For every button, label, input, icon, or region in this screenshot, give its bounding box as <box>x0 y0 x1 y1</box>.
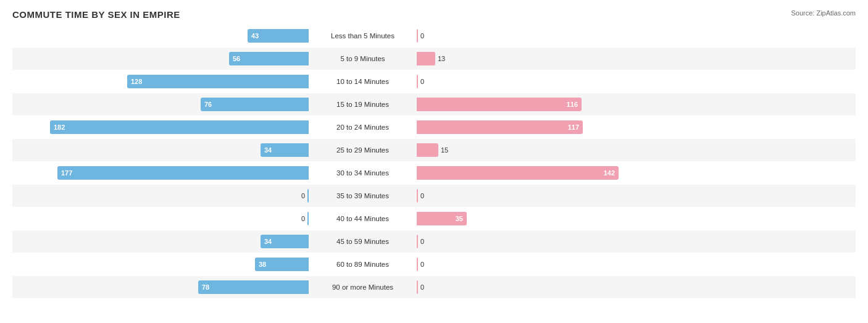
row-label: 15 to 19 Minutes <box>309 101 417 108</box>
male-value: 0 <box>301 192 305 199</box>
female-zero-area: 0 <box>417 235 424 248</box>
row-label: 45 to 59 Minutes <box>309 238 417 245</box>
female-value: 0 <box>420 192 424 199</box>
female-value: 142 <box>604 169 619 177</box>
chart-row: 34 25 to 29 Minutes 15 <box>12 139 856 161</box>
male-bar: 177 <box>57 166 309 180</box>
row-label: 5 to 9 Minutes <box>309 55 417 62</box>
right-area: 0 <box>417 70 713 93</box>
bar-section: 0 35 to 39 Minutes 0 <box>12 185 856 207</box>
female-zero-area: 0 <box>417 189 424 203</box>
row-label: 35 to 39 Minutes <box>309 192 417 199</box>
right-area: 15 <box>417 139 713 161</box>
left-area: 76 <box>12 93 309 115</box>
male-value: 78 <box>198 283 209 291</box>
male-zero-area: 0 <box>301 212 309 225</box>
chart-row: 34 45 to 59 Minutes 0 <box>12 230 856 253</box>
female-zero-area: 0 <box>417 29 424 43</box>
male-bar: 182 <box>50 120 309 134</box>
row-label: 60 to 89 Minutes <box>309 261 417 268</box>
bar-section: 76 15 to 19 Minutes 116 <box>12 93 856 115</box>
right-area: 0 <box>417 185 713 207</box>
female-bar: 35 <box>417 212 467 225</box>
female-bar <box>417 258 418 271</box>
chart-title: COMMUTE TIME BY SEX IN EMPIRE <box>12 9 856 20</box>
male-bar: 38 <box>255 258 309 271</box>
row-label: 20 to 24 Minutes <box>309 124 417 131</box>
female-value: 117 <box>568 124 583 131</box>
male-value: 38 <box>255 261 266 268</box>
bar-section: 177 30 to 34 Minutes 142 <box>12 162 856 184</box>
right-area: 13 <box>417 48 713 70</box>
left-area: 34 <box>12 139 309 161</box>
male-bar: 34 <box>261 235 309 248</box>
female-value: 15 <box>441 146 448 154</box>
male-value: 76 <box>201 101 212 108</box>
chart-row: 78 90 or more Minutes 0 <box>12 276 856 298</box>
right-area: 35 <box>417 208 713 230</box>
female-value: 116 <box>567 101 582 108</box>
male-value: 182 <box>50 124 65 131</box>
male-value: 56 <box>229 55 240 62</box>
female-value: 0 <box>420 238 424 245</box>
female-bar-wrap: 15 <box>417 143 448 157</box>
female-bar <box>417 189 418 203</box>
left-area: 0 <box>12 185 309 207</box>
bar-section: 38 60 to 89 Minutes 0 <box>12 253 856 275</box>
female-value: 0 <box>420 32 424 40</box>
female-value: 0 <box>420 261 424 268</box>
row-label: 30 to 34 Minutes <box>309 169 417 177</box>
bar-section: 0 40 to 44 Minutes 35 <box>12 208 856 230</box>
right-area: 0 <box>417 276 713 298</box>
female-bar <box>417 75 418 88</box>
male-bar: 43 <box>248 29 309 43</box>
female-value: 35 <box>456 215 467 222</box>
chart-row: 43 Less than 5 Minutes 0 <box>12 25 856 47</box>
right-area: 117 <box>417 116 713 138</box>
female-zero-area: 0 <box>417 280 424 294</box>
female-zero-area: 0 <box>417 75 424 88</box>
bar-section: 43 Less than 5 Minutes 0 <box>12 25 856 47</box>
female-bar <box>417 29 418 43</box>
row-label: 40 to 44 Minutes <box>309 215 417 222</box>
chart-row: 0 40 to 44 Minutes 35 <box>12 208 856 230</box>
chart-row: 182 20 to 24 Minutes 117 <box>12 116 856 138</box>
chart-row: 56 5 to 9 Minutes 13 <box>12 48 856 70</box>
male-bar: 56 <box>229 52 309 65</box>
right-area: 116 <box>417 93 713 115</box>
bar-section: 128 10 to 14 Minutes 0 <box>12 70 856 93</box>
male-bar: 76 <box>201 98 309 111</box>
bar-section: 34 25 to 29 Minutes 15 <box>12 139 856 161</box>
left-area: 38 <box>12 253 309 275</box>
left-area: 182 <box>12 116 309 138</box>
chart-container: COMMUTE TIME BY SEX IN EMPIRE Source: Zi… <box>0 0 868 323</box>
male-zero-area: 0 <box>301 189 309 203</box>
female-bar: 142 <box>417 166 619 180</box>
female-bar: 116 <box>417 98 582 111</box>
female-bar <box>417 52 435 65</box>
male-bar: 78 <box>198 280 309 294</box>
left-area: 56 <box>12 48 309 70</box>
row-label: 25 to 29 Minutes <box>309 146 417 154</box>
bar-section: 56 5 to 9 Minutes 13 <box>12 48 856 70</box>
male-value: 43 <box>248 32 259 40</box>
row-label: 90 or more Minutes <box>309 283 417 291</box>
female-value: 0 <box>420 78 424 85</box>
chart-row: 38 60 to 89 Minutes 0 <box>12 253 856 275</box>
right-area: 0 <box>417 253 713 275</box>
male-value: 0 <box>301 215 305 222</box>
left-area: 0 <box>12 208 309 230</box>
source-text: Source: ZipAtlas.com <box>791 9 856 17</box>
row-label: 10 to 14 Minutes <box>309 78 417 85</box>
row-label: Less than 5 Minutes <box>309 32 417 40</box>
female-zero-area: 0 <box>417 258 424 271</box>
left-area: 43 <box>12 25 309 47</box>
bar-section: 182 20 to 24 Minutes 117 <box>12 116 856 138</box>
female-bar: 117 <box>417 120 583 134</box>
right-area: 142 <box>417 162 713 184</box>
male-bar: 34 <box>261 143 309 157</box>
right-area: 0 <box>417 230 713 253</box>
female-bar <box>417 235 418 248</box>
female-bar <box>417 143 438 157</box>
chart-row: 0 35 to 39 Minutes 0 <box>12 185 856 207</box>
